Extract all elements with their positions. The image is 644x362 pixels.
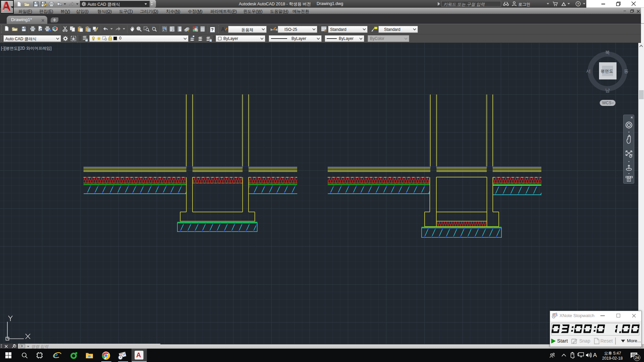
- svg-text:e: e: [54, 351, 58, 360]
